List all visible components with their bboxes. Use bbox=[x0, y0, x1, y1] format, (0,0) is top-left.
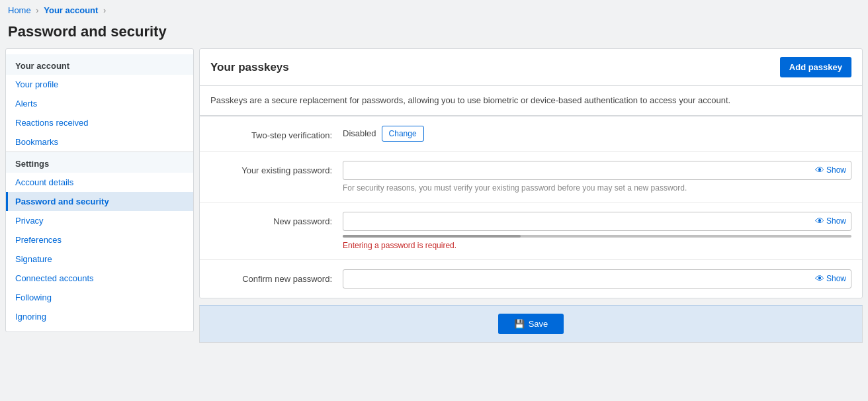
breadcrumb-your-account[interactable]: Your account bbox=[44, 5, 98, 15]
sidebar-item-your-profile[interactable]: Your profile bbox=[6, 75, 193, 94]
existing-password-label: Your existing password: bbox=[210, 161, 343, 175]
eye-icon: 👁 bbox=[815, 165, 824, 175]
page-title: Password and security bbox=[0, 21, 868, 48]
two-step-label: Two-step verification: bbox=[210, 126, 343, 140]
existing-password-show-button[interactable]: 👁 Show bbox=[815, 165, 846, 175]
two-step-control: Disabled Change bbox=[343, 126, 851, 142]
new-password-input-wrap: 👁 Show bbox=[343, 212, 851, 231]
sidebar-item-signature[interactable]: Signature bbox=[6, 249, 193, 269]
breadcrumb-sep1: › bbox=[36, 5, 38, 15]
passkeys-description: Passkeys are a secure replacement for pa… bbox=[200, 86, 862, 116]
form-section: Two-step verification: Disabled Change Y… bbox=[200, 116, 862, 298]
new-password-input[interactable] bbox=[343, 212, 851, 231]
sidebar-item-connected-accounts[interactable]: Connected accounts bbox=[6, 269, 193, 288]
confirm-password-label: Confirm new password: bbox=[210, 269, 343, 284]
confirm-password-control: 👁 Show bbox=[343, 269, 851, 289]
eye-icon-3: 👁 bbox=[815, 273, 824, 284]
new-password-show-button[interactable]: 👁 Show bbox=[815, 216, 846, 226]
sidebar-item-reactions-received[interactable]: Reactions received bbox=[6, 113, 193, 132]
breadcrumb: Home › Your account › bbox=[0, 0, 868, 21]
sidebar-item-privacy[interactable]: Privacy bbox=[6, 211, 193, 230]
save-button[interactable]: 💾 Save bbox=[498, 314, 564, 334]
confirm-password-row: Confirm new password: 👁 Show bbox=[200, 260, 862, 298]
add-passkey-button[interactable]: Add passkey bbox=[780, 57, 851, 77]
sidebar-item-bookmarks[interactable]: Bookmarks bbox=[6, 132, 193, 152]
two-step-row: Two-step verification: Disabled Change bbox=[200, 116, 862, 152]
confirm-password-input[interactable] bbox=[343, 269, 851, 289]
sidebar-item-account-details[interactable]: Account details bbox=[6, 173, 193, 192]
new-password-error: Entering a password is required. bbox=[343, 241, 851, 250]
existing-password-row: Your existing password: 👁 Show For secur… bbox=[200, 152, 862, 202]
sidebar: Your account Your profile Alerts Reactio… bbox=[5, 48, 194, 332]
confirm-password-show-button[interactable]: 👁 Show bbox=[815, 273, 846, 284]
save-bar: 💾 Save bbox=[199, 305, 863, 343]
sidebar-item-ignoring[interactable]: Ignoring bbox=[6, 307, 193, 326]
two-step-change-button[interactable]: Change bbox=[382, 126, 424, 142]
existing-password-control: 👁 Show For security reasons, you must ve… bbox=[343, 161, 851, 193]
password-strength-bar bbox=[343, 235, 851, 238]
sidebar-item-preferences[interactable]: Preferences bbox=[6, 230, 193, 249]
passkeys-title: Your passkeys bbox=[210, 61, 289, 74]
two-step-status: Disabled bbox=[343, 128, 376, 138]
sidebar-section-settings: Settings bbox=[6, 152, 193, 173]
floppy-icon: 💾 bbox=[514, 319, 525, 329]
confirm-password-input-wrap: 👁 Show bbox=[343, 269, 851, 289]
eye-icon-2: 👁 bbox=[815, 216, 824, 226]
new-password-label: New password: bbox=[210, 212, 343, 226]
existing-password-input-wrap: 👁 Show bbox=[343, 161, 851, 180]
sidebar-item-password-and-security[interactable]: Password and security bbox=[6, 192, 193, 211]
existing-password-hint: For security reasons, you must verify yo… bbox=[343, 183, 851, 193]
breadcrumb-home[interactable]: Home bbox=[8, 5, 31, 15]
new-password-row: New password: 👁 Show Entering a bbox=[200, 202, 862, 260]
sidebar-item-alerts[interactable]: Alerts bbox=[6, 94, 193, 113]
main-content: Your passkeys Add passkey Passkeys are a… bbox=[199, 48, 863, 343]
new-password-control: 👁 Show Entering a password is required. bbox=[343, 212, 851, 250]
existing-password-input[interactable] bbox=[343, 161, 851, 180]
breadcrumb-sep2: › bbox=[103, 5, 106, 15]
sidebar-item-following[interactable]: Following bbox=[6, 288, 193, 307]
passkeys-section: Your passkeys Add passkey Passkeys are a… bbox=[199, 48, 863, 298]
sidebar-section-your-account: Your account bbox=[6, 54, 193, 75]
